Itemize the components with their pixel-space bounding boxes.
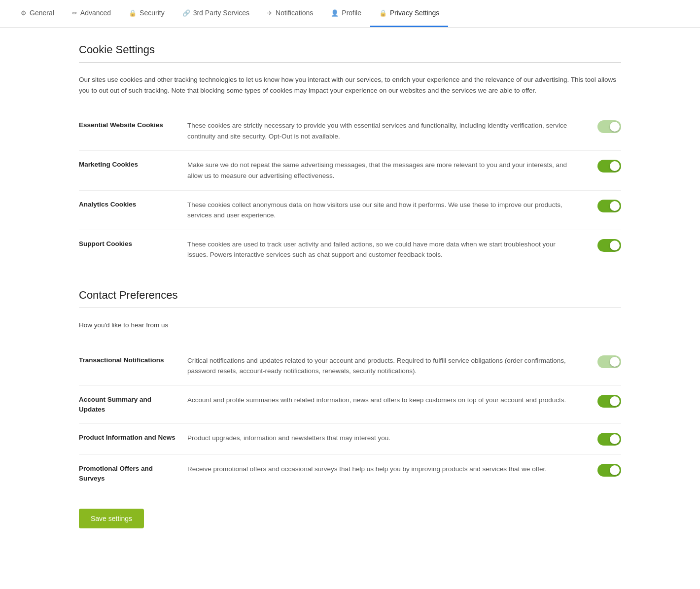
contact-divider (79, 308, 621, 308)
toggle-switch[interactable] (597, 395, 621, 408)
cookie-1-label: Marketing Cookies (79, 160, 187, 170)
cookie-0-desc: These cookies are strictly necessary to … (187, 120, 594, 141)
cookie-intro: Our sites use cookies and other tracking… (79, 74, 621, 96)
profile-nav-label: Profile (342, 9, 361, 17)
general-nav-icon: ⚙ (21, 9, 27, 17)
cookie-3-label: Support Cookies (79, 239, 187, 249)
contact-0-row: Transactional NotificationsCritical noti… (79, 346, 621, 386)
cookie-1-row: Marketing CookiesMake sure we do not rep… (79, 151, 621, 190)
toggle-slider (597, 355, 621, 368)
cookie-0-row: Essential Website CookiesThese cookies a… (79, 111, 621, 151)
cookie-3-toggle-area (594, 239, 621, 252)
nav-item-3rd-party[interactable]: 🔗3rd Party Services (174, 0, 258, 27)
toggle-slider (597, 395, 621, 408)
contact-0-toggle-area (594, 355, 621, 368)
nav-item-notifications[interactable]: ✈Notifications (258, 0, 322, 27)
nav-item-general[interactable]: ⚙General (12, 0, 63, 27)
contact-subtitle: How you'd like to hear from us (79, 320, 621, 331)
nav-item-security[interactable]: 🔒Security (120, 0, 174, 27)
contact-2-label: Product Information and News (79, 433, 187, 443)
contact-section-title: Contact Preferences (79, 289, 621, 302)
cookie-1-desc: Make sure we do not repeat the same adve… (187, 160, 594, 181)
toggle-switch[interactable] (597, 239, 621, 252)
contact-2-toggle-area (594, 433, 621, 446)
toggle-switch[interactable] (597, 433, 621, 446)
contact-3-toggle-area (594, 464, 621, 477)
contact-3-desc: Receive promotional offers and occasiona… (187, 464, 594, 475)
contact-3-label: Promotional Offers and Surveys (79, 464, 187, 484)
notifications-nav-label: Notifications (276, 9, 313, 17)
contact-0-label: Transactional Notifications (79, 355, 187, 365)
cookie-2-toggle-area (594, 200, 621, 212)
toggle-slider (597, 464, 621, 477)
cookie-3-row: Support CookiesThese cookies are used to… (79, 230, 621, 269)
profile-nav-icon: 👤 (331, 9, 339, 17)
contact-0-desc: Critical notifications and updates relat… (187, 355, 594, 377)
cookie-section-title: Cookie Settings (79, 43, 621, 56)
main-content: Cookie Settings Our sites use cookies an… (59, 28, 641, 558)
contact-1-toggle-area (594, 395, 621, 408)
save-button[interactable]: Save settings (79, 509, 144, 528)
advanced-nav-label: Advanced (80, 9, 111, 17)
toggle-switch[interactable] (597, 464, 621, 477)
contact-section: Contact Preferences How you'd like to he… (79, 289, 621, 493)
cookie-3-desc: These cookies are used to track user act… (187, 239, 594, 260)
cookie-divider (79, 62, 621, 63)
nav-item-profile[interactable]: 👤Profile (322, 0, 370, 27)
contact-1-row: Account Summary and UpdatesAccount and p… (79, 386, 621, 424)
toggle-switch[interactable] (597, 200, 621, 212)
cookie-2-label: Analytics Cookies (79, 200, 187, 209)
contact-2-row: Product Information and NewsProduct upgr… (79, 424, 621, 455)
contact-3-row: Promotional Offers and SurveysReceive pr… (79, 455, 621, 493)
toggle-slider (597, 160, 621, 173)
cookie-1-toggle-area (594, 160, 621, 173)
nav-bar: ⚙General✏Advanced🔒Security🔗3rd Party Ser… (0, 0, 700, 28)
cookie-2-desc: These cookies collect anonymous data on … (187, 200, 594, 221)
security-nav-label: Security (140, 9, 165, 17)
nav-item-advanced[interactable]: ✏Advanced (63, 0, 120, 27)
security-nav-icon: 🔒 (129, 9, 137, 17)
toggle-slider (597, 200, 621, 212)
contact-1-label: Account Summary and Updates (79, 395, 187, 415)
contact-list: Transactional NotificationsCritical noti… (79, 346, 621, 493)
toggle-slider (597, 239, 621, 252)
3rd-party-nav-icon: 🔗 (182, 9, 190, 17)
cookie-0-label: Essential Website Cookies (79, 120, 187, 130)
3rd-party-nav-label: 3rd Party Services (193, 9, 249, 17)
privacy-nav-label: Privacy Settings (390, 9, 439, 17)
nav-item-privacy[interactable]: 🔒Privacy Settings (370, 0, 448, 27)
toggle-switch[interactable] (597, 160, 621, 173)
contact-1-desc: Account and profile summaries with relat… (187, 395, 594, 406)
contact-2-desc: Product upgrades, information and newsle… (187, 433, 594, 444)
cookie-2-row: Analytics CookiesThese cookies collect a… (79, 191, 621, 230)
notifications-nav-icon: ✈ (267, 9, 273, 17)
advanced-nav-icon: ✏ (72, 9, 77, 17)
general-nav-label: General (30, 9, 54, 17)
cookie-0-toggle-area (594, 120, 621, 133)
toggle-switch[interactable] (597, 355, 621, 368)
toggle-slider (597, 433, 621, 446)
toggle-switch[interactable] (597, 120, 621, 133)
privacy-nav-icon: 🔒 (379, 9, 387, 17)
toggle-slider (597, 120, 621, 133)
cookie-list: Essential Website CookiesThese cookies a… (79, 111, 621, 269)
